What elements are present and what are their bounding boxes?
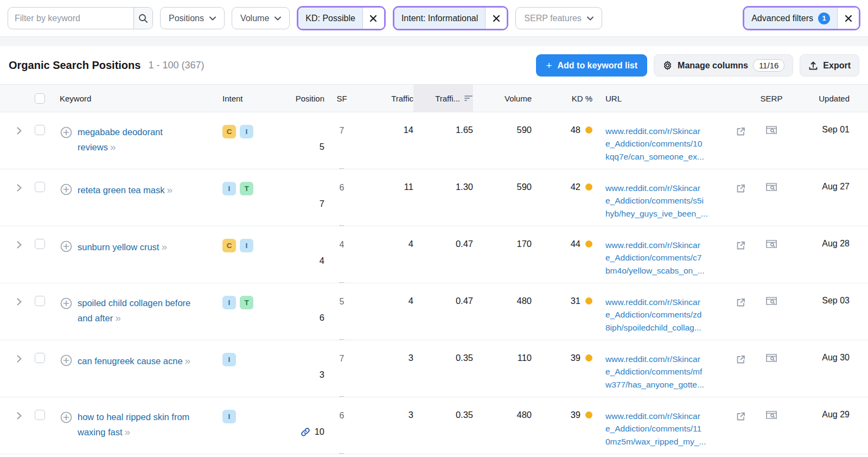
url-link[interactable]: www.reddit.com/r/Skincar e_Addiction/com… (605, 296, 731, 340)
sf-value[interactable]: 7 (340, 353, 344, 397)
row-checkbox[interactable] (35, 182, 45, 192)
external-link-icon[interactable] (736, 354, 746, 397)
header-volume[interactable]: Volume (505, 94, 532, 103)
export-icon (808, 61, 818, 71)
gear-icon (662, 60, 673, 71)
sf-value[interactable]: 5 (340, 296, 344, 340)
header-serp[interactable]: SERP (761, 94, 783, 103)
manage-columns-button[interactable]: Manage columns 11/16 (654, 54, 793, 77)
serp-preview-icon[interactable] (765, 239, 777, 283)
intent-filter-remove-button[interactable] (485, 8, 507, 29)
url-link[interactable]: www.reddit.com/r/Skincar e_Addiction/com… (605, 182, 731, 226)
table-row: can fenugreek cause acne» I 3 7 3 0.35 1… (0, 340, 868, 397)
advanced-filters-chip[interactable]: Advanced filters 1 (744, 8, 837, 29)
add-to-keyword-list-button[interactable]: + Add to keyword list (536, 54, 647, 77)
keyword-link[interactable]: reteta green tea mask» (78, 182, 171, 198)
serp-preview-icon[interactable] (765, 296, 777, 340)
header-position[interactable]: Position (296, 94, 324, 103)
advanced-filters-label: Advanced filters (751, 14, 813, 23)
external-link-icon[interactable] (736, 240, 746, 283)
row-checkbox[interactable] (35, 125, 45, 135)
serp-preview-icon[interactable] (765, 353, 777, 397)
header-traffic[interactable]: Traffic (391, 94, 413, 103)
serp-preview-icon[interactable] (765, 410, 777, 454)
link-icon (300, 427, 311, 437)
keyword-link[interactable]: can fenugreek cause acne» (78, 353, 189, 369)
positions-dropdown[interactable]: Positions (160, 7, 225, 29)
chevron-down-icon (209, 16, 216, 21)
row-checkbox[interactable] (35, 410, 45, 420)
header-sf[interactable]: SF (336, 94, 347, 103)
table-header-row: Keyword Intent Position SF Traffic Traff… (0, 84, 868, 112)
expand-row-button[interactable] (16, 126, 22, 135)
keyword-link[interactable]: spoiled child collagen before and after» (78, 296, 196, 327)
serp-preview-icon[interactable] (765, 125, 777, 169)
keyword-link[interactable]: how to heal ripped skin from waxing fast… (78, 410, 196, 441)
url-link[interactable]: www.reddit.com/r/Skincar e_Addiction/com… (605, 239, 731, 283)
expand-row-button[interactable] (16, 183, 22, 192)
row-checkbox[interactable] (35, 239, 45, 249)
keyword-filter-input[interactable] (8, 14, 133, 23)
header-updated[interactable]: Updated (819, 94, 850, 103)
circle-plus-icon[interactable] (60, 126, 73, 156)
volume-dropdown[interactable]: Volume (232, 7, 290, 29)
header-kd[interactable]: KD % (572, 94, 592, 103)
serp-preview-icon[interactable] (765, 182, 777, 226)
close-icon (369, 15, 377, 22)
header-url[interactable]: URL (605, 94, 622, 103)
row-checkbox[interactable] (35, 296, 45, 306)
url-link[interactable]: www.reddit.com/r/Skincar e_Addiction/com… (605, 125, 731, 169)
header-traffic-pct[interactable]: Traffi... (435, 94, 460, 103)
double-chevron-icon[interactable]: » (115, 312, 120, 323)
kd-filter-chip[interactable]: KD: Possible (298, 8, 362, 29)
intent-filter-chip[interactable]: Intent: Informational (394, 8, 485, 29)
external-link-icon[interactable] (736, 183, 746, 226)
header-traffic-pct-cell[interactable]: Traffi... (413, 85, 473, 112)
circle-plus-icon[interactable] (60, 411, 73, 441)
double-chevron-icon[interactable]: » (161, 241, 166, 252)
expand-row-button[interactable] (16, 240, 22, 249)
sf-value[interactable]: 4 (340, 239, 344, 283)
circle-plus-icon[interactable] (60, 183, 73, 198)
expand-row-button[interactable] (16, 411, 22, 420)
kd-difficulty-dot (585, 411, 592, 418)
export-button[interactable]: Export (800, 54, 859, 77)
url-link[interactable]: www.reddit.com/r/Skincar e_Addiction/com… (605, 353, 731, 397)
external-link-icon[interactable] (736, 297, 746, 340)
double-chevron-icon[interactable]: » (110, 141, 115, 153)
keyword-link[interactable]: megababe deodorant reviews» (78, 125, 196, 156)
header-intent[interactable]: Intent (222, 94, 243, 103)
keyword-text: reteta green tea mask (78, 185, 165, 195)
url-link[interactable]: www.reddit.com/r/Skincar e_Addiction/com… (605, 410, 731, 454)
kd-filter-remove-button[interactable] (362, 8, 384, 29)
row-checkbox[interactable] (35, 353, 45, 363)
sf-value[interactable]: 7 (340, 125, 344, 169)
circle-plus-icon[interactable] (60, 354, 73, 369)
sf-value[interactable]: 6 (340, 410, 344, 454)
updated-value: Aug 29 (822, 410, 850, 454)
header-keyword[interactable]: Keyword (60, 94, 91, 103)
external-link-icon[interactable] (736, 126, 746, 169)
double-chevron-icon[interactable]: » (167, 184, 172, 195)
circle-plus-icon[interactable] (60, 297, 73, 327)
expand-row-button[interactable] (16, 354, 22, 363)
traffic-pct-value: 0.35 (456, 353, 473, 397)
traffic-pct-value: 0.35 (456, 410, 473, 454)
advanced-filters-remove-button[interactable] (837, 8, 859, 29)
select-all-checkbox[interactable] (35, 93, 45, 104)
updated-value: Sep 01 (822, 125, 850, 169)
sf-value[interactable]: 6 (340, 182, 344, 226)
traffic-pct-value: 0.47 (456, 239, 473, 283)
circle-plus-icon[interactable] (60, 240, 73, 255)
keyword-link[interactable]: sunburn yellow crust» (78, 239, 166, 255)
intent-badge-c: C (222, 125, 236, 138)
external-link-icon[interactable] (736, 411, 746, 454)
serp-features-dropdown[interactable]: SERP features (515, 7, 602, 29)
intent-badges: IT (222, 182, 270, 195)
double-chevron-icon[interactable]: » (185, 355, 190, 366)
search-button[interactable] (133, 8, 152, 29)
double-chevron-icon[interactable]: » (125, 426, 130, 437)
expand-row-button[interactable] (16, 297, 22, 306)
add-to-keyword-list-label: Add to keyword list (558, 61, 638, 71)
kd-value: 44 (571, 239, 580, 249)
